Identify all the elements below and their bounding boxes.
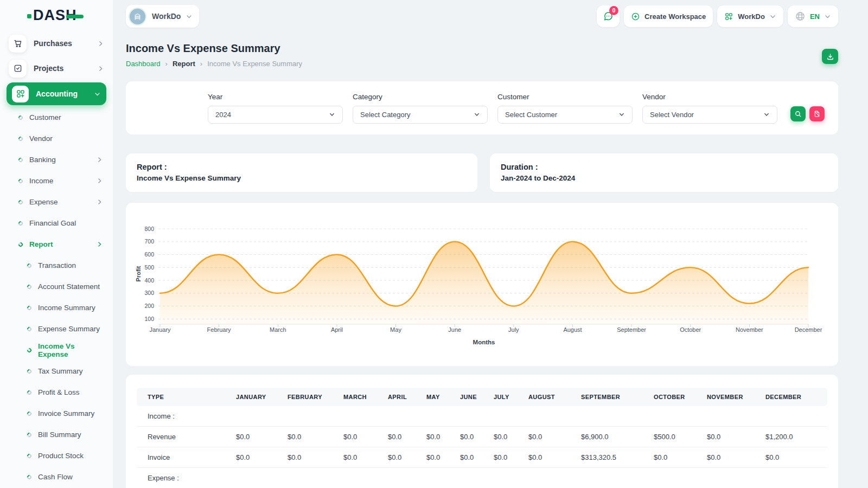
sidebar-item-cash-flow[interactable]: Cash Flow xyxy=(0,466,113,487)
section-label: Expense : xyxy=(137,468,827,488)
sidebar-item-label: Report xyxy=(29,240,53,248)
bullet-icon xyxy=(26,326,32,332)
sidebar-item-label: Banking xyxy=(29,156,56,164)
column-header-february: FEBRUARY xyxy=(277,388,333,406)
chevron-right-icon xyxy=(96,177,103,184)
column-header-july: JULY xyxy=(483,388,518,406)
sidebar-item-customer[interactable]: Customer xyxy=(0,107,113,128)
cell-value: $6,900.0 xyxy=(570,427,643,447)
filter-label: Category xyxy=(353,93,488,101)
sidebar-item-expense-summary[interactable]: Expense Summary xyxy=(0,318,113,339)
download-button[interactable] xyxy=(822,49,838,64)
app-logo[interactable]: DASH xyxy=(0,0,113,30)
sidebar-item-label: Financial Goal xyxy=(29,219,76,227)
sidebar-item-label: Projects xyxy=(34,64,63,73)
customer-select[interactable]: Select Customer xyxy=(497,106,633,124)
breadcrumb-item-dashboard[interactable]: Dashboard xyxy=(126,60,161,68)
svg-text:April: April xyxy=(331,326,343,333)
page-title: Income Vs Expense Summary xyxy=(126,42,302,55)
filter-field-customer: CustomerSelect Customer xyxy=(497,93,633,124)
sidebar-item-financial-goal[interactable]: Financial Goal xyxy=(0,213,113,234)
apply-filter-button[interactable] xyxy=(790,106,806,121)
sidebar-item-product-stock[interactable]: Product Stock xyxy=(0,445,113,466)
sidebar-item-income-summary[interactable]: Income Summary xyxy=(0,297,113,318)
sidebar-item-expense[interactable]: Expense xyxy=(0,191,113,213)
table-body: Income :Revenue$0.0$0.0$0.0$0.0$0.0$0.0$… xyxy=(137,406,827,488)
language-label: EN xyxy=(810,12,820,21)
cell-value: $0.0 xyxy=(449,447,483,468)
table-row-invoice: Invoice$0.0$0.0$0.0$0.0$0.0$0.0$0.0$0.0$… xyxy=(137,447,827,468)
sidebar-item-income[interactable]: Income xyxy=(0,170,113,191)
breadcrumb-separator: › xyxy=(200,60,202,68)
sidebar-item-label: Purchases xyxy=(34,39,72,48)
chevron-right-icon xyxy=(97,40,104,47)
workspace-name: WorkDo xyxy=(152,12,181,21)
sidebar-item-projects[interactable]: Projects xyxy=(0,56,113,81)
chevron-down-icon xyxy=(763,111,770,118)
building-icon xyxy=(133,12,142,21)
row-label: Revenue xyxy=(137,427,225,447)
bullet-icon xyxy=(26,368,32,374)
column-header-type: TYPE xyxy=(137,388,225,406)
sidebar-icon-box xyxy=(12,86,29,102)
sidebar-item-vendor[interactable]: Vendor xyxy=(0,128,113,149)
table-header-row: TYPEJANUARYFEBRUARYMARCHAPRILMAYJUNEJULY… xyxy=(137,388,827,406)
year-select[interactable]: 2024 xyxy=(208,106,343,124)
cell-value: $0.0 xyxy=(643,447,696,468)
workspace-switcher-label: WorkDo xyxy=(738,12,765,21)
column-header-april: APRIL xyxy=(377,388,416,406)
duration-value: Jan-2024 to Dec-2024 xyxy=(501,174,827,182)
bullet-icon xyxy=(17,199,23,205)
workspace-avatar xyxy=(129,8,146,25)
sidebar-item-banking[interactable]: Banking xyxy=(0,149,113,170)
sidebar-item-tax-summary[interactable]: Tax Summary xyxy=(0,361,113,382)
svg-text:300: 300 xyxy=(144,290,154,296)
cell-value: $0.0 xyxy=(696,427,755,447)
sidebar-item-invoice-summary[interactable]: Invoice Summary xyxy=(0,403,113,424)
sidebar-menu: PurchasesProjectsAccountingCustomerVendo… xyxy=(0,31,113,487)
category-select[interactable]: Select Category xyxy=(353,106,488,124)
vendor-select[interactable]: Select Vendor xyxy=(642,106,777,124)
svg-text:700: 700 xyxy=(144,238,154,245)
select-value: Select Category xyxy=(360,111,411,119)
bullet-icon xyxy=(26,305,32,311)
sidebar-item-label: Account Statement xyxy=(38,282,100,291)
sidebar-item-profit-loss[interactable]: Profit & Loss xyxy=(0,382,113,403)
svg-text:June: June xyxy=(448,326,461,333)
language-selector[interactable]: EN xyxy=(788,5,838,27)
svg-text:200: 200 xyxy=(144,303,154,309)
workspace-selector[interactable]: WorkDo xyxy=(126,5,199,28)
select-value: Select Vendor xyxy=(650,111,694,119)
sidebar-item-label: Accounting xyxy=(36,89,78,98)
svg-text:400: 400 xyxy=(144,277,154,284)
filter-field-category: CategorySelect Category xyxy=(353,93,488,124)
sidebar-item-label: Transaction xyxy=(38,261,76,269)
reset-filter-button[interactable] xyxy=(809,106,825,121)
filter-fields: Year2024CategorySelect CategoryCustomerS… xyxy=(208,93,777,124)
filter-label: Vendor xyxy=(642,93,777,101)
sidebar: DASH PurchasesProjectsAccountingCustomer… xyxy=(0,0,113,488)
breadcrumb-separator: › xyxy=(165,60,168,68)
sidebar-item-accounting[interactable]: Accounting xyxy=(7,82,106,105)
sidebar-item-report[interactable]: Report xyxy=(0,234,113,255)
check-square-icon xyxy=(13,63,23,73)
sidebar-item-purchases[interactable]: Purchases xyxy=(0,31,113,56)
sidebar-item-bill-summary[interactable]: Bill Summary xyxy=(0,424,113,445)
chevron-down-icon xyxy=(474,111,480,118)
sidebar-item-label: Tax Summary xyxy=(38,367,83,375)
sidebar-item-transaction[interactable]: Transaction xyxy=(0,255,113,276)
breadcrumb-item-report[interactable]: Report xyxy=(173,60,195,68)
sidebar-item-income-vs-expense[interactable]: Income Vs Expense xyxy=(0,339,113,361)
column-header-march: MARCH xyxy=(333,388,377,406)
notification-badge: 0 xyxy=(609,6,618,15)
sidebar-item-account-statement[interactable]: Account Statement xyxy=(0,276,113,297)
column-header-september: SEPTEMBER xyxy=(570,388,643,406)
messages-button[interactable]: 0 xyxy=(597,5,620,27)
create-workspace-button[interactable]: Create Workspace xyxy=(624,5,713,27)
bullet-icon xyxy=(26,284,32,290)
bullet-icon xyxy=(17,136,23,142)
chevron-right-icon xyxy=(97,65,104,72)
workspace-switcher-button[interactable]: WorkDo xyxy=(717,5,783,27)
chevron-right-icon xyxy=(96,241,103,248)
chevron-right-icon xyxy=(96,198,103,206)
